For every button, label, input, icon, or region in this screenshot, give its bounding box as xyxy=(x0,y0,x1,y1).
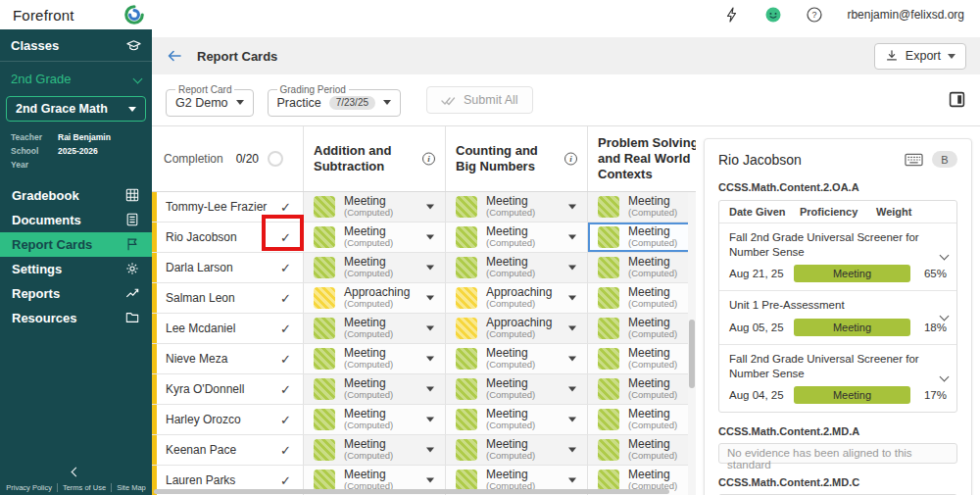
evidence-row[interactable]: Unit 1 Pre-Assessment Aug 05, 25 Meeting… xyxy=(719,290,956,343)
student-row[interactable]: Rio Jacobson ✓ xyxy=(152,223,304,252)
student-row[interactable]: Salman Leon ✓ xyxy=(152,283,304,313)
proficiency-cell[interactable]: Meeting (Computed) xyxy=(588,253,696,282)
proficiency-chip xyxy=(598,287,619,309)
assessment-weight: 17% xyxy=(924,389,947,401)
class-select[interactable]: 2nd Grace Math xyxy=(6,96,146,122)
proficiency-cell[interactable]: Meeting (Computed) xyxy=(588,283,696,313)
site-map-link[interactable]: Site Map xyxy=(111,483,151,492)
proficiency-cell[interactable]: Approaching (Computed) xyxy=(304,283,446,313)
proficiency-cell[interactable]: Meeting (Computed) xyxy=(446,192,588,222)
computed-label: (Computed) xyxy=(486,390,535,400)
info-icon[interactable]: i xyxy=(564,153,577,166)
back-arrow-icon[interactable] xyxy=(166,47,183,65)
export-button[interactable]: Export xyxy=(874,43,966,70)
info-icon[interactable]: i xyxy=(422,153,435,166)
student-row[interactable]: Tommy-Lee Frazier ✓ xyxy=(152,192,304,222)
computed-label: (Computed) xyxy=(628,390,677,400)
assistant-avatar-icon[interactable] xyxy=(764,6,782,24)
lightning-icon[interactable] xyxy=(723,6,741,24)
row-status-bar xyxy=(152,314,157,343)
report-card-select[interactable]: Report Card G2 Demo xyxy=(166,84,254,117)
caret-down-icon xyxy=(426,478,434,483)
sidebar-item-settings[interactable]: Settings xyxy=(0,257,152,281)
caret-down-icon xyxy=(383,100,391,105)
sidebar-collapse-button[interactable] xyxy=(0,462,152,481)
report-card-grid: Completion 0/20 Addition and Subtraction… xyxy=(152,125,696,495)
proficiency-cell[interactable]: Meeting (Computed) xyxy=(446,405,588,434)
student-row[interactable]: Kyra O'Donnell ✓ xyxy=(152,374,304,404)
sidebar-item-gradebook[interactable]: Gradebook xyxy=(0,183,152,208)
student-row[interactable]: Keenan Pace ✓ xyxy=(152,435,304,465)
sidebar-item-classes[interactable]: Classes xyxy=(0,29,152,62)
student-row[interactable]: Darla Larson ✓ xyxy=(152,253,304,282)
computed-label: (Computed) xyxy=(486,299,552,309)
proficiency-cell[interactable]: Meeting (Computed) xyxy=(446,344,588,373)
proficiency-cell[interactable]: Meeting (Computed) xyxy=(304,344,446,373)
account-email[interactable]: rbenjamin@felixsd.org xyxy=(847,8,964,22)
grid-row: Rio Jacobson ✓ Meeting (Computed) Meetin… xyxy=(152,223,696,253)
proficiency-cell[interactable]: Meeting (Computed) xyxy=(304,314,446,343)
proficiency-cell[interactable]: Meeting (Computed) xyxy=(588,344,696,373)
student-name: Darla Larson xyxy=(166,261,233,274)
help-icon[interactable]: ? xyxy=(806,6,823,24)
computed-label: (Computed) xyxy=(628,299,677,309)
evidence-row[interactable]: Fall 2nd Grade Universal Screener for Nu… xyxy=(719,223,956,290)
forefront-logo-icon xyxy=(123,4,145,25)
proficiency-cell[interactable]: Meeting (Computed) xyxy=(588,192,696,222)
student-row[interactable]: Harley Orozco ✓ xyxy=(152,405,304,434)
proficiency-chip xyxy=(314,257,335,278)
proficiency-cell[interactable]: Meeting (Computed) xyxy=(446,374,588,404)
horizontal-scrollbar-thumb[interactable] xyxy=(154,489,669,494)
proficiency-cell[interactable]: Meeting (Computed) xyxy=(304,253,446,282)
terms-of-use-link[interactable]: Terms of Use xyxy=(57,483,111,492)
sidebar-item-grade[interactable]: 2nd Grade xyxy=(0,64,152,93)
sidebar-item-reports[interactable]: Reports xyxy=(0,281,152,306)
proficiency-chip xyxy=(456,257,477,278)
proficiency-cell[interactable]: Meeting (Computed) xyxy=(588,374,696,404)
privacy-policy-link[interactable]: Privacy Policy xyxy=(1,483,57,492)
chevron-down-icon xyxy=(133,74,143,83)
evidence-table: Date Given Proficiency Weight Fall 2nd G… xyxy=(718,200,957,413)
grading-period-select[interactable]: Grading Period Practice 7/23/25 xyxy=(268,84,402,117)
proficiency-cell[interactable]: Meeting (Computed) xyxy=(588,223,696,252)
proficiency-cell[interactable]: Meeting (Computed) xyxy=(304,223,446,252)
proficiency-cell[interactable]: Meeting (Computed) xyxy=(588,405,696,434)
proficiency-cell[interactable]: Approaching (Computed) xyxy=(446,283,588,313)
proficiency-chip xyxy=(456,196,477,218)
nav-label: Reports xyxy=(12,286,60,301)
proficiency-cell[interactable]: Meeting (Computed) xyxy=(304,374,446,404)
student-row[interactable]: Nieve Meza ✓ xyxy=(152,344,304,373)
sidebar-item-resources[interactable]: Resources xyxy=(0,306,152,330)
submit-all-label: Submit All xyxy=(464,93,518,107)
benchmark-badge[interactable]: B xyxy=(932,151,957,168)
sidebar-item-documents[interactable]: Documents xyxy=(0,208,152,232)
proficiency-cell[interactable]: Meeting (Computed) xyxy=(588,435,696,465)
caret-down-icon xyxy=(568,205,576,210)
proficiency-cell[interactable]: Meeting (Computed) xyxy=(304,192,446,222)
grid-row: Tommy-Lee Frazier ✓ Meeting (Computed) M… xyxy=(152,192,696,223)
grid-icon xyxy=(125,188,140,203)
proficiency-cell[interactable]: Meeting (Computed) xyxy=(304,405,446,434)
class-select-value: 2nd Grace Math xyxy=(16,102,108,116)
sidebar-nav: Gradebook Documents Report Cards Setting… xyxy=(0,183,152,330)
sidebar-item-report-cards[interactable]: Report Cards xyxy=(0,232,152,257)
proficiency-cell[interactable]: Meeting (Computed) xyxy=(446,435,588,465)
computed-label: (Computed) xyxy=(486,360,535,370)
vertical-scrollbar-thumb[interactable] xyxy=(689,320,695,388)
proficiency-cell[interactable]: Meeting (Computed) xyxy=(446,223,588,252)
side-panel-toggle-icon[interactable] xyxy=(949,91,966,109)
keyboard-icon[interactable] xyxy=(905,153,923,167)
evidence-row[interactable]: Fall 2nd Grade Universal Screener for Nu… xyxy=(719,344,956,412)
proficiency-chip xyxy=(598,409,619,430)
column-header-label: Addition and Subtraction xyxy=(314,143,419,175)
proficiency-cell[interactable]: Meeting (Computed) xyxy=(588,314,696,343)
column-header-addition-subtraction: Addition and Subtraction i xyxy=(304,126,446,191)
student-row[interactable]: Lee Mcdaniel ✓ xyxy=(152,314,304,343)
student-name: Nieve Meza xyxy=(166,352,227,366)
completion-header: Completion 0/20 xyxy=(152,126,304,191)
submit-all-button[interactable]: Submit All xyxy=(426,86,533,114)
proficiency-cell[interactable]: Meeting (Computed) xyxy=(446,253,588,282)
check-icon: ✓ xyxy=(280,261,291,275)
proficiency-cell[interactable]: Approaching (Computed) xyxy=(446,314,588,343)
proficiency-cell[interactable]: Meeting (Computed) xyxy=(304,435,446,465)
